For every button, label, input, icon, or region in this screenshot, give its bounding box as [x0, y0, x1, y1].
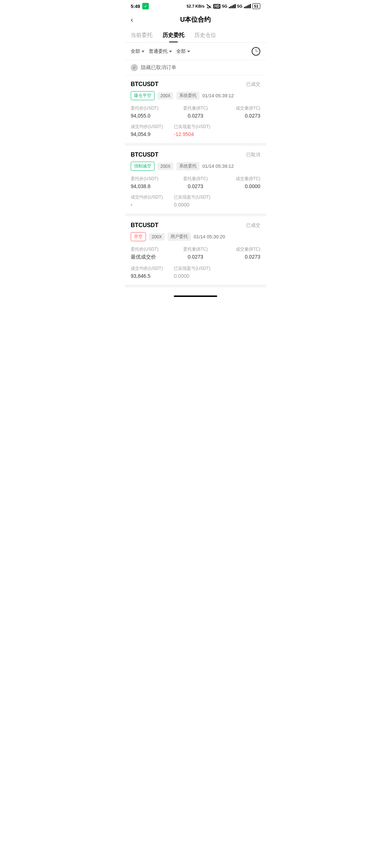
label-avg-price-1: 成交均价(USDT) [131, 124, 174, 130]
filter-type-arrow [169, 51, 172, 52]
order-time-1: 01/14 05:39:12 [202, 93, 234, 98]
tag-system-1: 系统委托 [176, 92, 199, 100]
order-time-3: 01/14 05:30:20 [194, 234, 225, 239]
order-card-3: BTCUSDT 已成交 开空 200X 用户委托 01/14 05:30:20 … [125, 216, 266, 288]
network-speed: 52.7 KB/s [186, 4, 205, 8]
bottom-bar [125, 288, 266, 299]
signal-5g: 5G [222, 4, 227, 8]
field-qty-2: 委托量(BTC) 0.0273 [174, 176, 217, 189]
value-filled-2: 0.0000 [217, 183, 260, 189]
tag-leverage-2: 200X [157, 163, 173, 170]
order-time-2: 01/14 05:39:12 [202, 163, 234, 169]
label-pnl-2: 已实现盈亏(USDT) [174, 194, 217, 200]
status-bar: 5:49 ✓ 52.7 KB/s HD 5G 5G 51 [125, 0, 266, 11]
filter-status-arrow [187, 51, 190, 52]
tag-qiangzhi-2: 强制减空 [131, 162, 155, 171]
label-entrust-price-1: 委托价(USDT) [131, 105, 174, 111]
tag-system-2: 系统委托 [176, 162, 199, 170]
field-pnl-3: 已实现盈亏(USDT) 0.0000 [174, 265, 217, 279]
order-card-2: BTCUSDT 已取消 强制减空 200X 系统委托 01/14 05:39:1… [125, 146, 266, 216]
label-filled-1: 成交量(BTC) [217, 105, 260, 111]
tabs-bar: 当前委托 历史委托 历史仓位 [125, 28, 266, 43]
field-price-3: 委托价(USDT) 最优成交价 [131, 246, 174, 260]
value-qty-3: 0.0273 [174, 254, 217, 260]
filter-all-label: 全部 [131, 48, 140, 55]
order-header-3: BTCUSDT 已成交 [131, 222, 260, 229]
label-entrust-price-2: 委托价(USDT) [131, 176, 174, 182]
hide-cancelled-checkbox[interactable]: ✓ [131, 64, 138, 71]
label-pnl-1: 已实现盈亏(USDT) [174, 124, 217, 130]
signal-bars [229, 4, 236, 8]
order-tags-1: 爆仓平空 200X 系统委托 01/14 05:39:12 [131, 91, 260, 100]
header: ‹ U本位合约 [125, 11, 266, 28]
field-filled-3: 成交量(BTC) 0.0273 [217, 246, 260, 260]
value-filled-1: 0.0273 [217, 113, 260, 119]
hide-cancelled-label: 隐藏已取消订单 [141, 64, 176, 71]
label-pnl-3: 已实现盈亏(USDT) [174, 265, 217, 272]
order-tags-3: 开空 200X 用户委托 01/14 05:30:20 [131, 232, 260, 241]
tab-history-orders[interactable]: 历史委托 [163, 28, 184, 42]
label-avg-price-3: 成交均价(USDT) [131, 265, 174, 272]
check-icon: ✓ [133, 65, 136, 70]
value-pnl-1: -12.9504 [174, 131, 217, 137]
order-tags-2: 强制减空 200X 系统委托 01/14 05:39:12 [131, 162, 260, 171]
filter-all-arrow [142, 51, 144, 52]
value-entrust-price-2: 94,038.8 [131, 183, 174, 189]
back-button[interactable]: ‹ [131, 16, 133, 24]
filter-type-label: 普通委托 [149, 48, 168, 55]
order-status-1: 已成交 [246, 81, 260, 88]
tag-kaikong-3: 开空 [131, 232, 146, 241]
filter-status-btn[interactable]: 全部 [176, 48, 190, 55]
filters-row: 全部 普通委托 全部 [125, 43, 266, 60]
status-time: 5:49 [131, 4, 140, 9]
status-right: 52.7 KB/s HD 5G 5G 51 [186, 3, 260, 9]
value-entrust-price-3: 最优成交价 [131, 254, 174, 260]
calendar-icon[interactable] [252, 47, 260, 56]
field-qty-1: 委托量(BTC) 0.0273 [174, 105, 217, 119]
field-avg-price-1: 成交均价(USDT) 94,054.9 [131, 124, 174, 137]
filter-all-btn[interactable]: 全部 [131, 48, 144, 55]
value-avg-price-3: 93,846.5 [131, 273, 174, 279]
label-entrust-price-3: 委托价(USDT) [131, 246, 174, 252]
filter-status-label: 全部 [176, 48, 186, 55]
hide-cancelled-row: ✓ 隐藏已取消订单 [125, 60, 266, 75]
wechat-icon: ✓ [142, 3, 149, 9]
value-avg-price-1: 94,054.9 [131, 131, 174, 137]
value-qty-2: 0.0273 [174, 183, 217, 189]
order-fields-2: 委托价(USDT) 94,038.8 委托量(BTC) 0.0273 成交量(B… [131, 176, 260, 213]
tag-baocang-1: 爆仓平空 [131, 91, 155, 100]
label-qty-2: 委托量(BTC) [174, 176, 217, 182]
order-symbol-2: BTCUSDT [131, 152, 158, 158]
battery: 51 [252, 3, 260, 9]
field-qty-3: 委托量(BTC) 0.0273 [174, 246, 217, 260]
field-filled-1: 成交量(BTC) 0.0273 [217, 105, 260, 119]
order-header-1: BTCUSDT 已成交 [131, 81, 260, 88]
field-price-2: 委托价(USDT) 94,038.8 [131, 176, 174, 189]
label-filled-3: 成交量(BTC) [217, 246, 260, 252]
field-avg-price-2: 成交均价(USDT) - [131, 194, 174, 208]
value-avg-price-2: - [131, 202, 174, 208]
order-symbol-3: BTCUSDT [131, 222, 158, 229]
filter-type-btn[interactable]: 普通委托 [149, 48, 172, 55]
field-pnl-1: 已实现盈亏(USDT) -12.9504 [174, 124, 217, 137]
value-entrust-price-1: 94,055.0 [131, 113, 174, 119]
value-qty-1: 0.0273 [174, 113, 217, 119]
order-status-2: 已取消 [246, 152, 260, 158]
order-symbol-1: BTCUSDT [131, 81, 158, 88]
order-status-3: 已成交 [246, 222, 260, 229]
tab-current-orders[interactable]: 当前委托 [131, 28, 152, 42]
order-card-1: BTCUSDT 已成交 爆仓平空 200X 系统委托 01/14 05:39:1… [125, 75, 266, 146]
label-qty-3: 委托量(BTC) [174, 246, 217, 252]
label-avg-price-2: 成交均价(USDT) [131, 194, 174, 200]
order-fields-3: 委托价(USDT) 最优成交价 委托量(BTC) 0.0273 成交量(BTC)… [131, 246, 260, 285]
mute-icon [206, 4, 212, 9]
tag-leverage-3: 200X [149, 233, 165, 241]
tab-history-positions[interactable]: 历史仓位 [194, 28, 216, 42]
hd-badge: HD [213, 4, 220, 9]
value-filled-3: 0.0273 [217, 254, 260, 260]
field-price-label-1: 委托价(USDT) 94,055.0 [131, 105, 174, 119]
signal-5g2: 5G [237, 4, 243, 8]
field-filled-2: 成交量(BTC) 0.0000 [217, 176, 260, 189]
field-pnl-2: 已实现盈亏(USDT) 0.0000 [174, 194, 217, 208]
page-title: U本位合约 [180, 15, 211, 24]
